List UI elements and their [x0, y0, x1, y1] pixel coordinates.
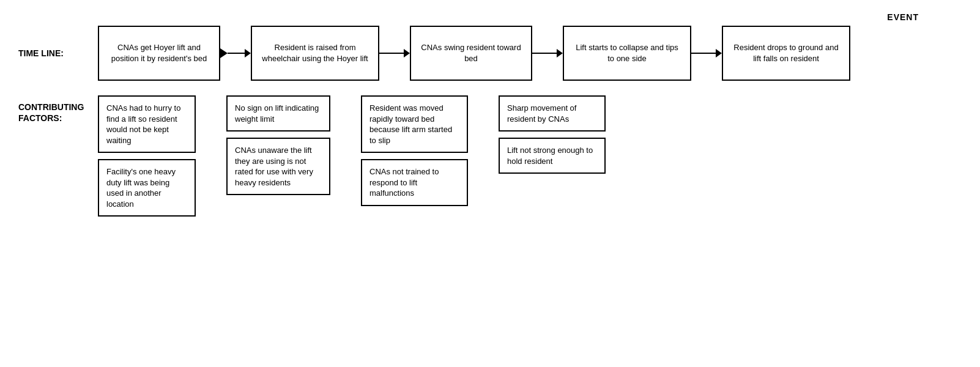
factor-col-1: CNAs had to hurry to find a lift so resi…: [98, 95, 196, 217]
timeline-box-2: Resident is raised from wheelchair using…: [251, 26, 379, 81]
factor-col-2: No sign on lift indicating weight limit …: [226, 95, 330, 195]
factor-box-4-1: Sharp movement of resident by CNAs: [499, 95, 606, 132]
factor-box-3-2: CNAs not trained to respond to lift malf…: [361, 159, 468, 206]
factor-col-3: Resident was moved rapidly toward bed be…: [361, 95, 468, 206]
contributing-factors-grid: CNAs had to hurry to find a lift so resi…: [98, 95, 962, 217]
factor-box-2-2: CNAs unaware the lift they are using is …: [226, 138, 330, 195]
arrow-4: [691, 49, 722, 57]
arrow-line: [691, 53, 716, 54]
arrow-1: [220, 48, 251, 58]
arrow-head-icon: [716, 49, 722, 57]
factor-col-4: Sharp movement of resident by CNAs Lift …: [499, 95, 606, 174]
arrow-2: [379, 49, 410, 57]
timeline-box-5: Resident drops to ground and lift falls …: [722, 26, 850, 81]
factor-box-4-2: Lift not strong enough to hold resident: [499, 138, 606, 174]
event-label-row: EVENT: [18, 12, 962, 22]
timeline-flow: CNAs get Hoyer lift and position it by r…: [98, 26, 962, 81]
arrow-line: [228, 53, 245, 54]
arrow-head-icon: [245, 49, 251, 57]
factor-box-1-1: CNAs had to hurry to find a lift so resi…: [98, 95, 196, 153]
timeline-box-1: CNAs get Hoyer lift and position it by r…: [98, 26, 220, 81]
arrow-head-icon: [557, 49, 563, 57]
contributing-label: CONTRIBUTING FACTORS:: [18, 95, 98, 124]
timeline-box-4: Lift starts to collapse and tips to one …: [563, 26, 691, 81]
arrow-head-icon: [404, 49, 410, 57]
diagram: EVENT TIME LINE: CNAs get Hoyer lift and…: [18, 12, 962, 217]
arrow-line: [379, 53, 404, 54]
arrow-3: [532, 49, 563, 57]
event-label: EVENT: [887, 12, 956, 22]
arrow-line: [532, 53, 557, 54]
timeline-box-3: CNAs swing resident toward bed: [410, 26, 532, 81]
contributing-row: CONTRIBUTING FACTORS: CNAs had to hurry …: [18, 95, 962, 217]
factor-box-2-1: No sign on lift indicating weight limit: [226, 95, 330, 132]
arrow-triangle-icon: [220, 48, 228, 58]
factor-box-3-1: Resident was moved rapidly toward bed be…: [361, 95, 468, 153]
timeline-row: TIME LINE: CNAs get Hoyer lift and posit…: [18, 26, 962, 81]
factor-box-1-2: Facility's one heavy duty lift was being…: [98, 159, 196, 217]
timeline-label: TIME LINE:: [18, 48, 98, 59]
